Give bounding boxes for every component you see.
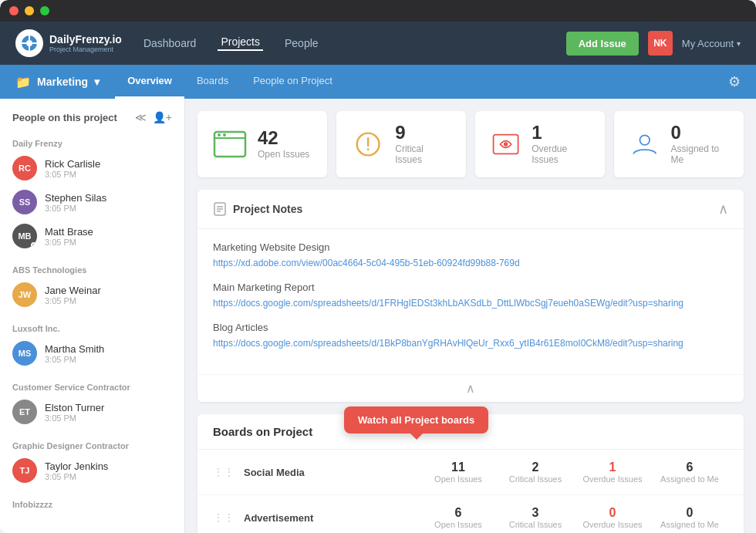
logo-area: DailyFrenzy.io Project Management [15, 29, 122, 57]
chevron-down-icon: ▾ [737, 39, 741, 48]
assigned-icon [629, 130, 660, 158]
stat-info: 0 Assigned to Me [671, 123, 728, 165]
assigned-to-me-stat: 6 Assigned to Me [651, 460, 728, 484]
avatar: MS [12, 341, 37, 366]
collapse-notes-icon[interactable]: ∧ [718, 201, 728, 218]
company-name: Graphic Designer Contractor [0, 435, 184, 454]
person-name: Matt Brase [45, 226, 93, 238]
tab-overview[interactable]: Overview [115, 65, 184, 99]
stat-label: Critical Issues [395, 143, 451, 165]
add-issue-button[interactable]: Add Issue [566, 32, 639, 56]
company-group-abs: ABS Technologies JW Jane Weinar 3:05 PM [0, 259, 184, 312]
stat-label: Overdue Issues [532, 143, 589, 165]
note-link[interactable]: https://docs.google.com/spreadsheets/d/1… [213, 338, 683, 349]
svg-point-1 [26, 40, 32, 46]
person-name: Jane Weinar [45, 285, 101, 296]
settings-icon[interactable]: ⚙ [728, 65, 741, 99]
person-time: 3:05 PM [45, 355, 104, 364]
board-name[interactable]: Social Media [244, 467, 420, 478]
note-link[interactable]: https://docs.google.com/spreadsheets/d/1… [213, 298, 683, 309]
nav-dashboard[interactable]: Dashboard [140, 37, 200, 49]
person-time: 3:05 PM [45, 472, 108, 481]
stat-card-overdue: 1 Overdue Issues [475, 111, 605, 177]
stat-card-open: 42 Open Issues [197, 111, 327, 177]
stat-label: Open Issues [258, 149, 309, 160]
account-menu[interactable]: My Account ▾ [682, 38, 741, 49]
critical-issues-stat: 3 Critical Issues [497, 506, 574, 529]
tooltip-bubble: Watch all Project boards [344, 406, 488, 433]
list-item[interactable]: MS Martha Smith 3:05 PM [0, 336, 184, 370]
list-item[interactable]: MB Matt Brase 3:05 PM [0, 219, 184, 253]
notes-header: Project Notes ∧ [197, 190, 744, 229]
stat-info: 1 Overdue Issues [532, 123, 589, 165]
drag-handle-icon[interactable]: ⋮⋮ [213, 466, 235, 478]
avatar: SS [12, 190, 37, 214]
nav-right: Add Issue NK My Account ▾ [566, 31, 741, 56]
company-group-daily-frenzy: Daily Frenzy RC Rick Carlisle 3:05 PM SS… [0, 133, 184, 253]
drag-handle-icon[interactable]: ⋮⋮ [213, 511, 235, 524]
open-issues-stat: 6 Open Issues [420, 506, 497, 529]
tab-boards[interactable]: Boards [184, 65, 241, 99]
list-item[interactable]: JW Jane Weinar 3:05 PM [0, 278, 184, 312]
company-name: Luxsoft Inc. [0, 318, 184, 336]
note-link[interactable]: https://xd.adobe.com/view/00ac4664-5c04-… [213, 258, 520, 268]
list-item[interactable]: TJ Taylor Jenkins 3:05 PM [0, 454, 184, 487]
board-stats: 11 Open Issues 2 Critical Issues 1 Overd… [420, 460, 728, 484]
nav-links: Dashboard Projects People [140, 35, 566, 51]
table-row: ⋮⋮ Social Media 11 Open Issues 2 Critica… [197, 450, 744, 495]
main-layout: People on this project ≪ 👤+ Daily Frenzy… [0, 99, 756, 533]
svg-point-9 [223, 133, 226, 137]
person-name: Elston Turner [45, 402, 104, 413]
project-title[interactable]: 📁 Marketing ▾ [15, 65, 100, 99]
maximize-dot[interactable] [40, 6, 49, 15]
person-time: 3:05 PM [45, 413, 104, 423]
list-item[interactable]: SS Stephen Silas 3:05 PM [0, 185, 184, 219]
person-name: Martha Smith [45, 343, 104, 355]
overdue-issues-stat: 0 Overdue Issues [574, 506, 651, 529]
notes-card: Project Notes ∧ Marketing Website Design… [197, 190, 744, 402]
overdue-issues-icon [491, 130, 521, 158]
note-title: Main Marketing Report [213, 282, 728, 293]
tab-people-on-project[interactable]: People on Project [241, 65, 345, 99]
board-name[interactable]: Advertisement [244, 512, 420, 524]
critical-issues-icon [352, 130, 384, 158]
avatar: JW [12, 282, 37, 307]
open-issues-icon [213, 130, 247, 158]
notes-collapse-button[interactable]: ∧ [197, 374, 744, 402]
stat-card-assigned: 0 Assigned to Me [614, 111, 744, 177]
folder-icon: 📁 [15, 75, 31, 89]
company-name: Customer Service Contractor [0, 376, 184, 395]
stat-card-critical: 9 Critical Issues [336, 111, 466, 177]
nav-projects[interactable]: Projects [218, 35, 263, 51]
list-item[interactable]: ET Elston Turner 3:05 PM [0, 395, 184, 429]
avatar: TJ [12, 458, 37, 483]
stat-number: 1 [532, 123, 589, 142]
stat-number: 0 [671, 123, 728, 142]
notes-icon [213, 202, 227, 216]
notes-title: Project Notes [213, 202, 302, 216]
person-name: Stephen Silas [45, 192, 106, 204]
sidebar: People on this project ≪ 👤+ Daily Frenzy… [0, 99, 185, 533]
stats-row: 42 Open Issues 9 Critical Issues [197, 111, 744, 177]
add-person-icon[interactable]: 👤+ [153, 111, 172, 123]
person-name: Taylor Jenkins [45, 460, 108, 472]
avatar: RC [12, 156, 37, 180]
collapse-icon[interactable]: ≪ [135, 111, 147, 123]
note-item: Marketing Website Design https://xd.adob… [213, 241, 728, 269]
nav-people[interactable]: People [282, 37, 322, 49]
company-group-info: Infobizzzz [0, 494, 184, 512]
assigned-to-me-stat: 0 Assigned to Me [651, 506, 728, 529]
user-avatar[interactable]: NK [648, 31, 673, 56]
company-name: ABS Technologies [0, 259, 184, 278]
top-nav: DailyFrenzy.io Project Management Dashbo… [0, 22, 756, 65]
list-item[interactable]: RC Rick Carlisle 3:05 PM [0, 151, 184, 185]
company-group-cs: Customer Service Contractor ET Elston Tu… [0, 376, 184, 429]
sub-nav: 📁 Marketing ▾ Overview Boards People on … [0, 65, 756, 99]
note-title: Blog Articles [213, 322, 728, 333]
minimize-dot[interactable] [25, 6, 34, 15]
notes-body: Marketing Website Design https://xd.adob… [197, 229, 744, 374]
person-time: 3:05 PM [45, 204, 106, 213]
company-group-luxsoft: Luxsoft Inc. MS Martha Smith 3:05 PM [0, 318, 184, 370]
close-dot[interactable] [9, 6, 19, 15]
note-item: Main Marketing Report https://docs.googl… [213, 282, 728, 309]
